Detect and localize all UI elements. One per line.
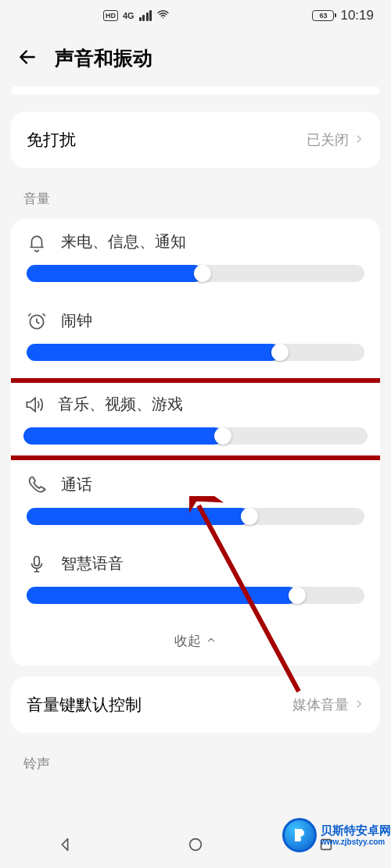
ringtone-section-label: 铃声: [0, 744, 391, 784]
nav-home-button[interactable]: [187, 836, 204, 856]
alarm-slider-group: 闹钟: [11, 298, 380, 377]
speaker-icon: [23, 395, 44, 415]
watermark: 贝斯特安卓网 www.zjbstyy.com: [282, 818, 391, 852]
ring-slider[interactable]: [27, 265, 364, 282]
phone-icon: [27, 475, 47, 495]
svg-rect-1: [34, 556, 40, 566]
media-label: 音乐、视频、游戏: [58, 394, 183, 415]
collapse-button[interactable]: 收起: [11, 620, 380, 666]
card-peek: [11, 87, 380, 95]
back-button[interactable]: [17, 47, 38, 70]
voice-label: 智慧语音: [61, 553, 124, 574]
header: 声音和振动: [0, 31, 391, 87]
voice-slider[interactable]: [27, 587, 364, 604]
voice-slider-group: 智慧语音: [11, 541, 380, 620]
highlight-annotation: 音乐、视频、游戏: [11, 378, 380, 460]
alarm-icon: [27, 311, 47, 331]
dnd-card: 免打扰 已关闭: [11, 112, 380, 168]
call-slider[interactable]: [27, 508, 364, 525]
collapse-label: 收起: [174, 632, 201, 650]
battery-icon: 63: [312, 10, 334, 21]
vol-key-row[interactable]: 音量键默认控制 媒体音量: [11, 677, 380, 733]
alarm-slider[interactable]: [27, 344, 364, 361]
dnd-label: 免打扰: [27, 129, 76, 151]
status-bar: HD 4G 63 10:19: [0, 0, 391, 31]
call-label: 通话: [61, 474, 92, 495]
clock: 10:19: [340, 8, 374, 23]
signal-icon: [139, 10, 152, 21]
chevron-right-icon: [353, 132, 364, 148]
nav-back-button[interactable]: [56, 836, 74, 856]
vol-key-card: 音量键默认控制 媒体音量: [11, 677, 380, 733]
dnd-row[interactable]: 免打扰 已关闭: [11, 112, 380, 168]
mic-icon: [27, 554, 47, 574]
chevron-right-icon: [353, 697, 364, 713]
alarm-label: 闹钟: [61, 310, 92, 331]
call-slider-group: 通话: [11, 462, 380, 541]
media-slider[interactable]: [23, 427, 368, 445]
volume-card: 来电、信息、通知 闹钟 音乐、视频、游戏: [11, 219, 380, 666]
svg-point-3: [190, 839, 202, 851]
page-title: 声音和振动: [55, 45, 152, 71]
volume-section-label: 音量: [0, 179, 391, 219]
hd-icon: HD: [103, 10, 118, 21]
watermark-url: www.zjbstyy.com: [321, 838, 391, 846]
chevron-up-icon: [206, 634, 217, 649]
dnd-value: 已关闭: [307, 130, 349, 149]
watermark-title: 贝斯特安卓网: [321, 824, 391, 838]
watermark-logo-icon: [282, 818, 317, 852]
ring-slider-group: 来电、信息、通知: [11, 219, 380, 298]
network-type: 4G: [123, 11, 135, 20]
ring-label: 来电、信息、通知: [61, 231, 186, 252]
bell-icon: [27, 232, 47, 252]
vol-key-label: 音量键默认控制: [27, 694, 142, 716]
vol-key-value: 媒体音量: [292, 695, 349, 714]
wifi-icon: [156, 8, 170, 23]
media-slider-group: 音乐、视频、游戏: [19, 389, 372, 445]
